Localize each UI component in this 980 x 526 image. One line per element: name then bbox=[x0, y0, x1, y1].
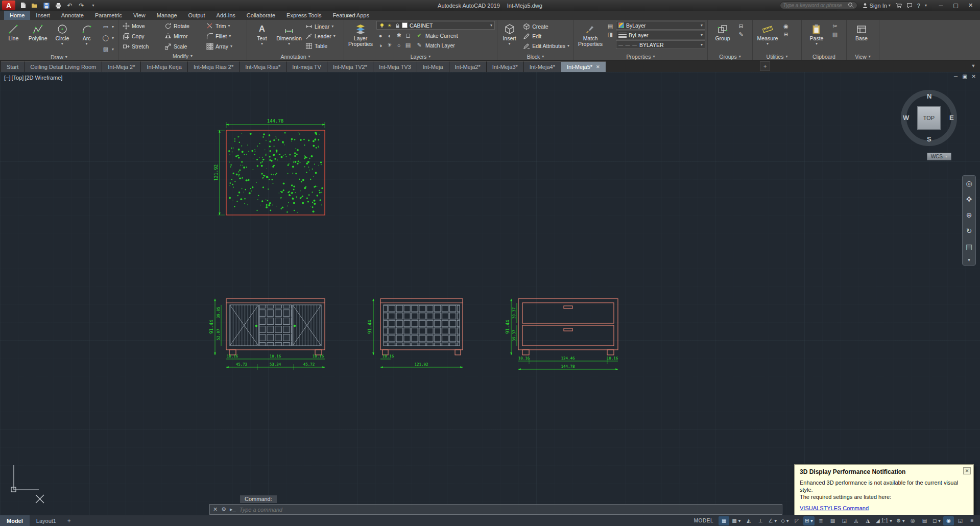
command-customize-icon[interactable]: ⚙ bbox=[221, 506, 226, 513]
copy-clip-icon[interactable]: ▥ bbox=[831, 30, 839, 38]
lineweight-dropdown[interactable]: ByLayer▾ bbox=[616, 31, 705, 39]
layer-freeze-icon[interactable]: ✱ bbox=[395, 32, 403, 40]
quick-calc-icon[interactable]: ⊞ bbox=[782, 30, 790, 38]
file-tab[interactable]: Int-Meja Rias* ✕ bbox=[240, 61, 286, 72]
doc-close-icon[interactable]: ✕ bbox=[972, 74, 976, 79]
command-close-icon[interactable]: ✕ bbox=[213, 506, 218, 513]
viewcube-north[interactable]: N bbox=[927, 92, 931, 100]
group-edit-icon[interactable]: ✎ bbox=[737, 30, 745, 38]
help-caret-icon[interactable]: ▾ bbox=[925, 4, 927, 8]
status-toggle-graphics-performance[interactable]: ◉ bbox=[943, 516, 954, 525]
ribbon-tab[interactable]: Parametric bbox=[89, 11, 128, 20]
status-toggle-transparency[interactable]: ▨ bbox=[827, 516, 838, 525]
status-toggle-grid[interactable]: ▦ bbox=[719, 516, 729, 525]
file-tab[interactable]: Int-Meja ✕ bbox=[417, 61, 449, 72]
modify-panel-label[interactable]: Modify▾ bbox=[118, 52, 247, 60]
status-toggle-annotation-monitor[interactable]: ◎ bbox=[907, 516, 918, 525]
showmotion-icon[interactable]: ▤ bbox=[964, 241, 975, 252]
top-view[interactable]: 144.78 121.92 bbox=[213, 118, 325, 215]
make-current-button[interactable]: ✔Make Current bbox=[413, 31, 460, 40]
draw-panel-label[interactable]: Draw▾ bbox=[0, 54, 118, 60]
rack-front-view[interactable]: 91.44 10.16 121.92 bbox=[367, 299, 463, 367]
ribbon-tab[interactable]: Output bbox=[183, 11, 211, 20]
array-button[interactable]: Array▾ bbox=[204, 41, 246, 51]
status-toggle-quick-properties[interactable]: ▤ bbox=[919, 516, 930, 525]
viewcube-west[interactable]: W bbox=[903, 114, 909, 122]
minimize-button[interactable]: ─ bbox=[934, 1, 948, 10]
clipboard-panel-label[interactable]: Clipboard bbox=[802, 53, 846, 60]
trim-button[interactable]: Trim▾ bbox=[204, 21, 246, 31]
file-tab-overflow-icon[interactable]: ▼ bbox=[968, 63, 979, 68]
file-tab[interactable]: Int-meja TV ✕ bbox=[286, 61, 327, 72]
layer-on-all-icon[interactable]: ○ bbox=[395, 41, 403, 50]
status-toggle-snap[interactable]: ▩ ▾ bbox=[730, 516, 742, 525]
paste-button[interactable]: Paste ▾ bbox=[804, 21, 829, 53]
create-block-button[interactable]: Create bbox=[521, 21, 571, 31]
measure-button[interactable]: Measure ▾ bbox=[755, 21, 780, 53]
move-button[interactable]: Move bbox=[121, 21, 162, 31]
file-tab[interactable]: Int-Meja3* ✕ bbox=[487, 61, 524, 72]
table-button[interactable]: Table bbox=[303, 41, 338, 51]
drawer-front-view[interactable]: 91.44 39.37 39.37 10.16 124.46 10.16 144… bbox=[505, 299, 618, 369]
layer-walk-icon[interactable]: ▤ bbox=[404, 41, 412, 50]
leader-button[interactable]: Leader▾ bbox=[303, 31, 338, 41]
properties-panel-label[interactable]: Properties▾ bbox=[574, 53, 707, 60]
status-toggle-autoscale[interactable]: ◮ bbox=[863, 516, 873, 525]
hatch-button[interactable]: ▨▾ bbox=[100, 44, 116, 54]
layer-properties-button[interactable]: Layer Properties bbox=[346, 21, 375, 53]
undo-icon[interactable]: ↶ bbox=[66, 2, 74, 9]
open-file-icon[interactable] bbox=[31, 2, 38, 9]
properties-list-icon[interactable]: ▤ bbox=[606, 22, 614, 30]
match-layer-button[interactable]: ✎Match Layer bbox=[413, 40, 457, 50]
ribbon-tab[interactable]: Annotate bbox=[56, 11, 89, 20]
scale-button[interactable]: Scale bbox=[162, 41, 204, 51]
ribbon-tab[interactable]: Express Tools bbox=[281, 11, 327, 20]
qat-customize-caret-icon[interactable]: ▾ bbox=[89, 2, 97, 9]
ellipse-button[interactable]: ◯▾ bbox=[100, 33, 116, 43]
status-toggle-annotation-visibility[interactable]: ◬ bbox=[851, 516, 862, 525]
model-space-button[interactable]: MODEL bbox=[689, 518, 719, 523]
search-input[interactable] bbox=[783, 3, 846, 8]
groups-panel-label[interactable]: Groups▾ bbox=[708, 53, 752, 60]
viewcube[interactable]: N S W E TOP bbox=[896, 85, 962, 151]
status-toggle-isodraft[interactable]: ◇ ▾ bbox=[779, 516, 791, 525]
viewport-menu-control[interactable]: [−] bbox=[4, 75, 11, 81]
viewport-visual-style-control[interactable]: [2D Wireframe] bbox=[25, 75, 62, 81]
ribbon-tab[interactable]: Manage bbox=[151, 11, 183, 20]
application-menu-button[interactable]: A bbox=[2, 1, 15, 10]
wcs-menu-button[interactable]: WCS▾ bbox=[927, 153, 951, 160]
drawing-canvas[interactable]: [−] [Top] [2D Wireframe] ─ ▣ ✕ 144.78 12… bbox=[0, 72, 980, 515]
ribbon-tab[interactable]: Collaborate bbox=[241, 11, 281, 20]
doc-minimize-icon[interactable]: ─ bbox=[954, 74, 958, 79]
status-toggle-infer-constraints[interactable]: ◭ bbox=[744, 516, 754, 525]
status-toggle-object-snap-tracking[interactable]: ◸ bbox=[792, 516, 802, 525]
ribbon-tab[interactable]: Insert bbox=[30, 11, 56, 20]
group-button[interactable]: Group bbox=[710, 21, 735, 53]
rotate-button[interactable]: Rotate bbox=[162, 21, 204, 31]
ribbon-tab[interactable]: View bbox=[128, 11, 151, 20]
status-toggle-ortho[interactable]: ⊥ bbox=[755, 516, 766, 525]
cabinet-front-view[interactable]: 91.44 39.05 52.07 10.16 10.16 10.16 45.7… bbox=[209, 299, 325, 370]
zoom-extents-icon[interactable]: ⊕ bbox=[964, 209, 975, 221]
layout1-tab[interactable]: Layout1 bbox=[30, 515, 63, 526]
line-button[interactable]: Line bbox=[2, 21, 25, 53]
ribbon-tab[interactable]: Add-ins bbox=[211, 11, 241, 20]
maximize-button[interactable]: ▢ bbox=[948, 1, 963, 10]
file-tab[interactable]: Int-Meja 2* ✕ bbox=[102, 61, 141, 72]
fillet-button[interactable]: Fillet▾ bbox=[204, 31, 246, 41]
navbar-caret-icon[interactable]: ▾ bbox=[964, 257, 975, 263]
layer-isolate-icon[interactable]: ◐ bbox=[386, 32, 394, 40]
viewcube-east[interactable]: E bbox=[949, 114, 954, 122]
help-search-field[interactable] bbox=[780, 2, 857, 9]
model-tab[interactable]: Model bbox=[0, 515, 30, 526]
status-toggle-annotation-scale[interactable]: ◢ 1:1 ▾ bbox=[874, 516, 894, 525]
save-icon[interactable] bbox=[42, 2, 50, 9]
viewport-view-control[interactable]: [Top] bbox=[12, 75, 24, 81]
view-panel-label[interactable]: View▾ bbox=[847, 53, 879, 60]
status-toggle-polar-tracking[interactable]: ∠ ▾ bbox=[767, 516, 779, 525]
notification-close-icon[interactable]: ✕ bbox=[963, 467, 971, 474]
insert-block-button[interactable]: Insert ▾ bbox=[499, 21, 519, 53]
circle-button[interactable]: Circle ▾ bbox=[51, 21, 74, 53]
linear-dimension-button[interactable]: Linear▾ bbox=[303, 21, 338, 31]
command-input[interactable] bbox=[240, 507, 779, 513]
